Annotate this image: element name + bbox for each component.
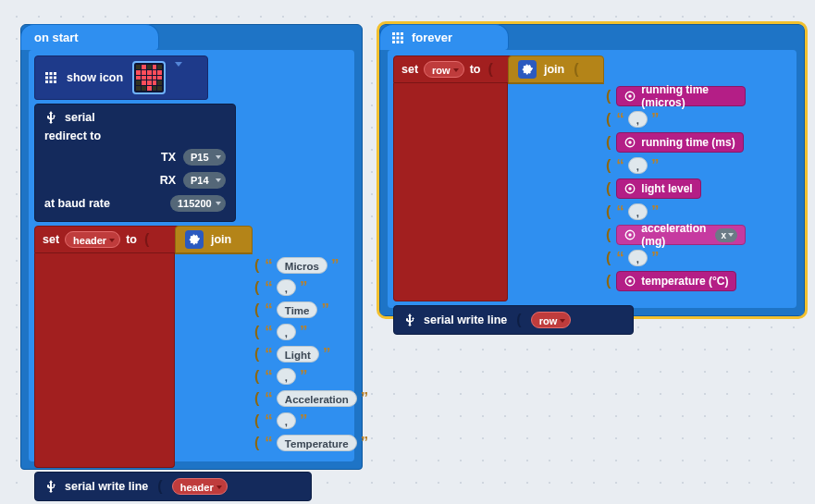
svg-point-19: [629, 94, 632, 97]
svg-rect-2: [54, 72, 56, 75]
string-literal[interactable]: “Micros”: [265, 256, 339, 275]
gear-icon[interactable]: [185, 230, 204, 249]
join-label: join: [211, 233, 231, 246]
variable-picker-header[interactable]: header: [65, 231, 120, 248]
svg-rect-7: [50, 80, 53, 83]
reporter-light level[interactable]: light level: [616, 178, 700, 199]
forever-body: set row to ( join: [388, 50, 796, 308]
serial-redirect-label: redirect to: [44, 129, 101, 142]
variable-reporter-row[interactable]: row: [531, 312, 572, 328]
forever-hat-block[interactable]: forever set row to (: [379, 24, 805, 316]
serial-lead-label: serial: [65, 111, 95, 124]
reporter-acceleration (mg)[interactable]: acceleration (mg)x: [616, 225, 746, 245]
variable-picker-row[interactable]: row: [424, 61, 464, 78]
join-slot: (running time (ms): [604, 132, 746, 153]
target-icon: [624, 183, 636, 194]
tx-pin-dropdown[interactable]: P15: [183, 149, 226, 166]
join-slot: (“,”: [253, 367, 368, 386]
svg-point-23: [629, 187, 632, 190]
svg-rect-13: [397, 36, 400, 39]
join-slot: (“,”: [253, 412, 368, 430]
serial-write-line-block[interactable]: serial write line ( header: [34, 472, 312, 501]
set-label: set: [43, 233, 59, 246]
string-literal[interactable]: “Time”: [265, 301, 329, 319]
svg-point-21: [629, 141, 632, 143]
serial-write-line-block[interactable]: serial write line ( row: [393, 305, 634, 335]
string-literal[interactable]: “,”: [616, 203, 659, 221]
join-slot: (“,”: [604, 110, 746, 129]
join-body: [508, 83, 604, 84]
join-slot: (running time (micros): [604, 86, 746, 106]
target-icon: [624, 276, 636, 287]
tx-label: TX: [161, 151, 176, 164]
string-literal[interactable]: “,”: [616, 110, 659, 129]
show-icon-label: show icon: [67, 71, 123, 84]
svg-rect-16: [397, 41, 400, 43]
string-literal[interactable]: “Light”: [265, 345, 330, 363]
reporter-running time (micros)[interactable]: running time (micros): [616, 86, 746, 106]
svg-rect-4: [50, 77, 53, 80]
join-slot: (“Micros”: [253, 256, 368, 275]
join-slot: (“,”: [253, 278, 368, 297]
reporter-temperature (°C)[interactable]: temperature (°C): [616, 271, 736, 291]
forever-cap: forever: [379, 24, 509, 50]
serial-redirect-block[interactable]: serial redirect to TX P15 RX P14 at baud…: [34, 104, 236, 222]
forever-label: forever: [412, 25, 452, 50]
join-slot: (“Acceleration”: [253, 389, 368, 408]
string-literal[interactable]: “Temperature”: [265, 434, 368, 452]
svg-point-25: [629, 233, 632, 236]
join-block[interactable]: join ( (running time (micros)(“,”(runnin…: [508, 55, 604, 301]
on-start-label: on start: [34, 31, 79, 44]
on-start-body: show icon serial redirect: [29, 50, 354, 461]
join-label: join: [544, 63, 564, 76]
join-slot: (“Temperature”: [253, 434, 368, 452]
reporter-running time (ms)[interactable]: running time (ms): [616, 132, 743, 153]
svg-rect-15: [392, 41, 395, 43]
join-slot: (light level: [604, 178, 746, 199]
svg-rect-11: [401, 32, 403, 35]
target-icon: [624, 229, 636, 240]
string-literal[interactable]: “,”: [616, 249, 659, 267]
string-literal[interactable]: “,”: [265, 367, 307, 386]
join-slot: (“Time”: [253, 301, 368, 319]
set-to-label: to: [126, 233, 137, 246]
baud-label: at baud rate: [44, 197, 110, 210]
set-block-body: [393, 83, 508, 301]
join-slot: (“,”: [604, 156, 746, 175]
gear-icon[interactable]: [518, 60, 537, 79]
serial-write-line-label: serial write line: [424, 313, 507, 326]
baud-dropdown[interactable]: 115200: [170, 195, 226, 212]
grid-icon: [391, 31, 404, 44]
rx-pin-dropdown[interactable]: P14: [183, 172, 226, 189]
usb-icon: [44, 111, 57, 124]
usb-icon: [44, 480, 57, 493]
variable-reporter-header[interactable]: header: [172, 478, 228, 495]
target-icon: [624, 137, 636, 148]
target-icon: [624, 91, 636, 102]
axis-dropdown[interactable]: x: [715, 228, 737, 242]
svg-rect-9: [392, 32, 395, 35]
usb-icon: [403, 313, 416, 326]
string-literal[interactable]: “Acceleration”: [265, 389, 368, 408]
grid-icon: [44, 71, 57, 84]
show-icon-block[interactable]: show icon: [34, 55, 208, 100]
svg-rect-8: [54, 80, 56, 83]
svg-rect-1: [50, 72, 53, 75]
string-literal[interactable]: “,”: [616, 156, 659, 175]
string-literal[interactable]: “,”: [265, 323, 307, 341]
on-start-cap: on start: [20, 24, 159, 50]
set-block-body: [34, 253, 175, 468]
string-literal[interactable]: “,”: [265, 412, 307, 430]
join-slot: (“,”: [604, 203, 746, 221]
chevron-down-icon[interactable]: [175, 62, 182, 67]
led-matrix-icon-picker[interactable]: [132, 61, 166, 94]
svg-rect-17: [401, 41, 403, 43]
svg-rect-6: [45, 80, 48, 83]
string-literal[interactable]: “,”: [265, 278, 307, 297]
serial-write-line-label: serial write line: [65, 480, 148, 493]
on-start-hat-block[interactable]: on start show icon: [20, 24, 363, 470]
join-block[interactable]: join (“Micros”(“,”(“Time”(“,”(“Light”(“,…: [175, 226, 253, 468]
join-slot: (“Light”: [253, 345, 368, 363]
svg-rect-14: [401, 36, 403, 39]
svg-rect-10: [397, 32, 400, 35]
